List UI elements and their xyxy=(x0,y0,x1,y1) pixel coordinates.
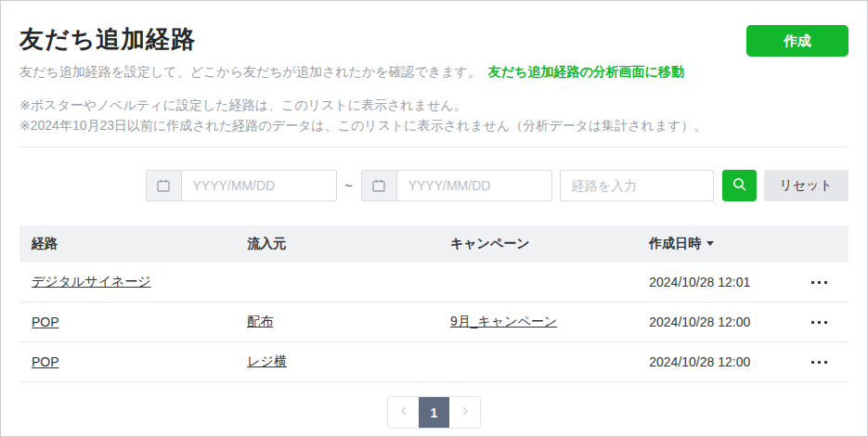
row-actions-button[interactable] xyxy=(806,315,833,329)
note-line: ※2024年10月23日以前に作成された経路のデータは、このリストに表示されませ… xyxy=(19,115,849,135)
sort-desc-icon xyxy=(706,241,714,246)
notes: ※ポスターやノベルティに設定した経路は、このリストに表示されません。 ※2024… xyxy=(19,95,849,135)
page-description-text: 友だち追加経路を設定して、どこから友だちが追加されたかを確認できます。 xyxy=(19,64,481,79)
date-from-input[interactable] xyxy=(182,171,336,200)
reset-button[interactable]: リセット xyxy=(764,170,849,201)
route-link[interactable]: POP xyxy=(32,315,59,329)
page-header: 友だち追加経路 作成 xyxy=(19,23,849,56)
magnifier-icon xyxy=(732,176,747,195)
page-description: 友だち追加経路を設定して、どこから友だちが追加されたかを確認できます。 友だち追… xyxy=(19,64,849,81)
route-search-input[interactable] xyxy=(560,170,714,201)
column-header-created-at[interactable]: 作成日時 xyxy=(637,236,790,252)
table-row: POP レジ横 2024/10/28 12:00 xyxy=(19,342,849,382)
analytics-link[interactable]: 友だち追加経路の分析画面に移動 xyxy=(488,64,684,79)
table-row: POP 配布 9月_キャンペーン 2024/10/28 12:00 xyxy=(19,302,849,342)
chevron-right-icon xyxy=(459,405,472,420)
route-link[interactable]: デジタルサイネージ xyxy=(32,274,151,289)
created-at-value: 2024/10/28 12:01 xyxy=(637,275,790,289)
column-header-campaign: キャンペーン xyxy=(438,236,637,252)
source-link[interactable]: 配布 xyxy=(247,314,273,328)
app-window: 友だち追加経路 作成 友だち追加経路を設定して、どこから友だちが追加されたかを確… xyxy=(0,0,868,437)
date-range-separator: ~ xyxy=(344,178,354,193)
note-line: ※ポスターやノベルティに設定した経路は、このリストに表示されません。 xyxy=(19,95,849,115)
column-header-route: 経路 xyxy=(19,236,235,252)
calendar-icon[interactable] xyxy=(362,171,397,200)
route-link[interactable]: POP xyxy=(32,354,59,369)
created-at-value: 2024/10/28 12:00 xyxy=(637,354,790,369)
column-header-source: 流入元 xyxy=(235,236,438,252)
date-to-group xyxy=(361,170,552,201)
row-actions-button[interactable] xyxy=(806,355,833,369)
page-number-button[interactable]: 1 xyxy=(419,397,449,428)
table-header-row: 経路 流入元 キャンペーン 作成日時 xyxy=(19,225,849,263)
pagination: 1 xyxy=(19,396,849,429)
next-page-button[interactable] xyxy=(449,397,480,428)
column-header-created-at-label: 作成日時 xyxy=(649,236,701,251)
chevron-left-icon xyxy=(397,405,410,420)
date-to-input[interactable] xyxy=(397,171,551,200)
create-button[interactable]: 作成 xyxy=(746,25,849,57)
source-link[interactable]: レジ横 xyxy=(247,353,287,368)
divider xyxy=(19,147,849,148)
date-from-group xyxy=(146,170,337,201)
calendar-icon[interactable] xyxy=(147,171,182,200)
row-actions-button[interactable] xyxy=(806,276,833,289)
created-at-value: 2024/10/28 12:00 xyxy=(637,315,790,329)
routes-table: 経路 流入元 キャンペーン 作成日時 デジタルサイネージ 2024/10/28 … xyxy=(19,225,849,382)
filter-bar: ~ リセット xyxy=(19,170,849,201)
table-row: デジタルサイネージ 2024/10/28 12:01 xyxy=(19,263,849,302)
campaign-link[interactable]: 9月_キャンペーン xyxy=(450,314,557,328)
page-title: 友だち追加経路 xyxy=(19,23,849,56)
search-button[interactable] xyxy=(722,170,757,201)
prev-page-button[interactable] xyxy=(388,397,419,428)
